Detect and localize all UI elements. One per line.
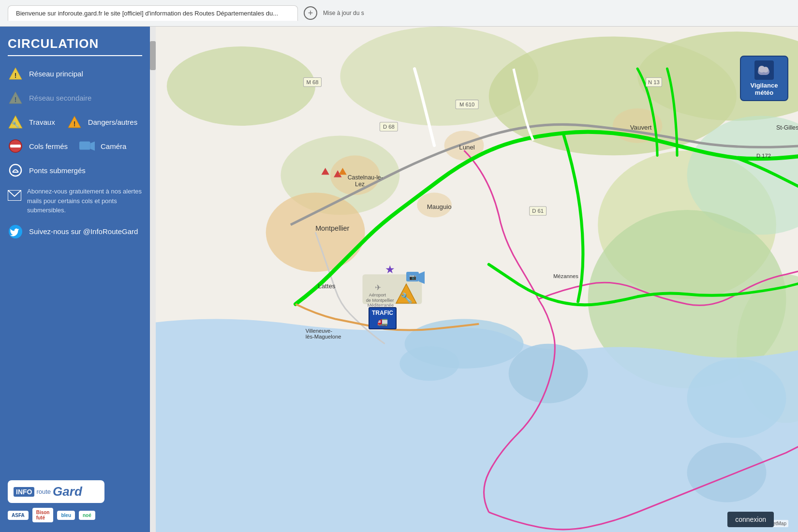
svg-marker-11 <box>90 142 95 151</box>
svg-text:!: ! <box>73 120 75 128</box>
sidebar-footer: INFO route Gard ASFA Bisonfuté bleu noé <box>8 480 142 522</box>
camera-label: Caméra <box>101 142 126 150</box>
svg-text:🔧: 🔧 <box>400 292 413 304</box>
svg-text:Castelnau-le-: Castelnau-le- <box>348 174 383 181</box>
logo-gard-text: Gard <box>53 484 82 499</box>
svg-text:St-Gilles: St-Gilles <box>776 124 798 131</box>
svg-rect-9 <box>10 145 21 148</box>
svg-text:Mauguio: Mauguio <box>427 203 452 210</box>
trafic-label: TRAFIC <box>372 310 393 316</box>
svg-point-28 <box>399 346 459 381</box>
sidebar-item-ponts[interactable]: Ponts submergés <box>8 163 142 178</box>
sidebar-row-travaux-dangers: 🔧 Travaux ! Dangers/autres <box>8 114 142 130</box>
sidebar: CIRCULATION ! Réseau principal ! Réseau … <box>0 27 150 532</box>
ponts-label: Ponts submergés <box>29 166 86 175</box>
svg-text:Montpellier: Montpellier <box>315 224 349 232</box>
reseau-secondaire-label: Réseau secondaire <box>29 94 91 102</box>
svg-text:Lunel: Lunel <box>459 144 475 151</box>
warning-faded-icon: ! <box>8 90 23 105</box>
asfa-logo[interactable]: ASFA <box>8 511 29 520</box>
bleu-logo[interactable]: bleu <box>57 511 75 520</box>
svg-text:!: ! <box>15 96 17 103</box>
trafic-sign[interactable]: TRAFIC 🚛 <box>369 307 397 329</box>
browser-tab[interactable]: Bienvenue sur inforoute.gard.fr le site … <box>8 5 298 21</box>
sidebar-item-cols-fermes[interactable]: Cols fermés <box>8 138 68 154</box>
map-svg: M 68 M 610 D 68 D 61 D 62 N 13 Montpelli <box>150 27 798 532</box>
svg-rect-10 <box>79 142 90 150</box>
partner-logos: ASFA Bisonfuté bleu noé <box>8 508 142 522</box>
svg-marker-75 <box>419 271 425 284</box>
sidebar-item-reseau-secondaire[interactable]: ! Réseau secondaire <box>8 90 142 105</box>
bridge-icon <box>8 163 23 178</box>
warning-orange-icon: ! <box>67 114 82 130</box>
vigilance-label: Vigilance météo <box>751 82 778 96</box>
svg-text:de Montpellier: de Montpellier <box>366 298 394 303</box>
bison-fute-logo[interactable]: Bisonfuté <box>32 508 54 522</box>
logo-info-text: INFO <box>14 487 34 497</box>
cloud-icon <box>754 60 774 80</box>
travaux-label: Travaux <box>29 118 55 126</box>
sidebar-row-cols-camera: Cols fermés Caméra <box>8 138 142 154</box>
cols-fermes-label: Cols fermés <box>29 142 68 150</box>
new-tab-button[interactable]: + <box>304 6 317 20</box>
map-container[interactable]: M 68 M 610 D 68 D 61 D 62 N 13 Montpelli <box>150 27 798 532</box>
construction-icon: 🔧 <box>8 114 23 130</box>
sidebar-divider <box>8 55 142 56</box>
svg-text:Mézannes: Mézannes <box>553 273 578 279</box>
camera-icon <box>79 138 95 154</box>
trafic-truck-icon: 🚛 <box>372 316 393 327</box>
vigilance-meteo-button[interactable]: Vigilance météo <box>740 56 788 101</box>
sidebar-item-camera[interactable]: Caméra <box>79 138 126 154</box>
sidebar-item-reseau-principal[interactable]: ! Réseau principal <box>8 66 142 81</box>
map-construction-sign[interactable]: 🔧 <box>396 283 417 306</box>
sidebar-item-travaux[interactable]: 🔧 Travaux <box>8 114 55 130</box>
svg-text:N 13: N 13 <box>648 79 660 85</box>
svg-text:M 610: M 610 <box>459 102 474 107</box>
svg-text:📷: 📷 <box>409 273 416 281</box>
svg-text:★: ★ <box>385 264 395 276</box>
svg-text:Aéroport: Aéroport <box>369 293 386 297</box>
twitter-icon <box>8 224 23 239</box>
update-text: Mise à jour du s <box>323 10 364 16</box>
svg-text:Lez: Lez <box>355 181 365 188</box>
svg-text:M 68: M 68 <box>307 79 319 85</box>
warning-icon: ! <box>8 66 23 81</box>
svg-text:D 61: D 61 <box>532 208 544 214</box>
svg-text:🔧: 🔧 <box>12 120 20 129</box>
alert-text: Abonnez-vous gratuitement à nos alertes … <box>27 187 142 215</box>
svg-text:lès-Maguelone: lès-Maguelone <box>306 334 341 340</box>
svg-text:D 172: D 172 <box>756 153 771 159</box>
svg-text:Lattes: Lattes <box>318 282 336 290</box>
svg-point-17 <box>167 46 315 126</box>
map-camera-sign[interactable]: 📷 <box>406 271 425 286</box>
browser-bar: Bienvenue sur inforoute.gard.fr le site … <box>0 0 798 27</box>
svg-point-71 <box>763 67 768 73</box>
sidebar-twitter-block[interactable]: Suivez-nous sur @InfoRouteGard <box>8 224 142 239</box>
sidebar-item-dangers[interactable]: ! Dangers/autres <box>67 114 138 130</box>
inforoute-logo[interactable]: INFO route Gard <box>8 480 104 503</box>
logo-route-text: route <box>36 488 51 495</box>
twitter-label: Suivez-nous sur @InfoRouteGard <box>29 227 138 236</box>
svg-text:✈: ✈ <box>375 283 381 292</box>
sidebar-alert-block[interactable]: Abonnez-vous gratuitement à nos alertes … <box>8 187 142 215</box>
scrollbar-left-thumb[interactable] <box>150 41 156 70</box>
svg-text:Villeneuve-: Villeneuve- <box>306 328 333 334</box>
svg-text:D 68: D 68 <box>383 124 395 130</box>
mail-icon <box>8 188 21 203</box>
svg-point-30 <box>687 443 767 502</box>
map-scrollbar-left[interactable] <box>150 27 156 532</box>
svg-text:!: ! <box>15 72 17 79</box>
svg-point-29 <box>687 358 786 438</box>
sidebar-title: CIRCULATION <box>8 36 142 51</box>
dangers-label: Dangers/autres <box>88 118 138 126</box>
reseau-principal-label: Réseau principal <box>29 70 83 78</box>
svg-point-27 <box>509 344 588 403</box>
no-entry-icon <box>8 138 23 154</box>
connexion-button[interactable]: connexion <box>727 512 774 527</box>
main-container: CIRCULATION ! Réseau principal ! Réseau … <box>0 27 798 532</box>
svg-text:Vauvert: Vauvert <box>630 124 652 131</box>
noe-logo[interactable]: noé <box>79 511 95 520</box>
